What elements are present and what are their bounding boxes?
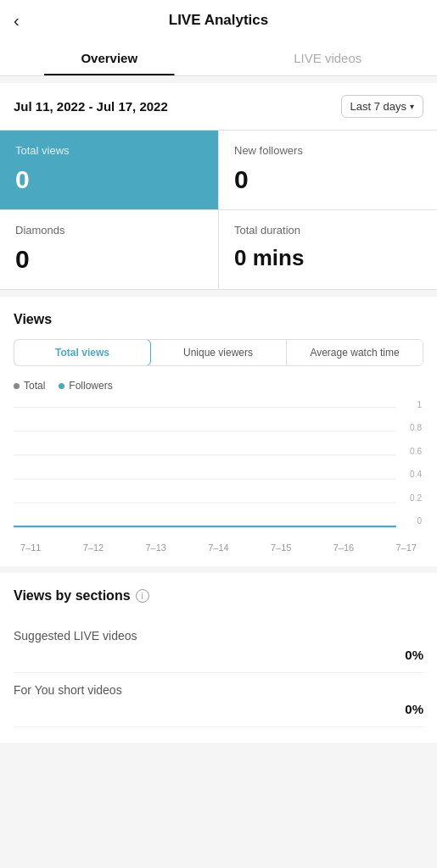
date-bar: Jul 11, 2022 - Jul 17, 2022 Last 7 days … — [0, 83, 437, 130]
legend-label-total: Total — [24, 380, 45, 392]
chart-section-title: Views — [14, 312, 423, 327]
chart-y-labels: 1 0.8 0.6 0.4 0.2 0 — [410, 400, 423, 526]
header: ‹ LIVE Analytics — [0, 0, 437, 41]
section-value-for-you-short: 0% — [14, 702, 423, 716]
date-range-label: Jul 11, 2022 - Jul 17, 2022 — [14, 99, 168, 114]
stat-value-new-followers: 0 — [234, 165, 422, 194]
chart-tab-bar: Total views Unique viewers Average watch… — [14, 339, 423, 366]
chart-svg — [14, 400, 423, 536]
section-label-for-you-short: For You short videos — [14, 683, 423, 697]
legend-label-followers: Followers — [69, 380, 112, 392]
section-row-for-you-short: For You short videos 0% — [14, 673, 423, 727]
y-label-1: 1 — [410, 400, 422, 409]
legend-total: Total — [14, 380, 45, 392]
tab-bar: Overview LIVE videos — [0, 41, 437, 76]
date-dropdown[interactable]: Last 7 days ▾ — [341, 95, 424, 118]
x-label-711: 7–11 — [20, 542, 41, 553]
tab-overview[interactable]: Overview — [0, 41, 219, 75]
section-value-suggested-live: 0% — [14, 648, 423, 662]
stats-grid: Total views 0 New followers 0 Diamonds 0… — [0, 130, 437, 290]
y-label-08: 0.8 — [410, 423, 422, 432]
x-label-715: 7–15 — [271, 542, 291, 553]
tab-live-videos[interactable]: LIVE videos — [219, 41, 438, 75]
chart-tab-unique-viewers[interactable]: Unique viewers — [150, 340, 287, 365]
chart-tab-total-views[interactable]: Total views — [14, 339, 151, 366]
chevron-down-icon: ▾ — [410, 102, 414, 111]
views-by-sections-card: Views by sections i Suggested LIVE video… — [0, 573, 437, 743]
stat-label-total-duration: Total duration — [234, 224, 422, 236]
x-label-712: 7–12 — [83, 542, 104, 553]
stat-card-total-duration[interactable]: Total duration 0 mins — [219, 210, 437, 289]
stat-value-diamonds: 0 — [15, 245, 203, 274]
section-row-suggested-live: Suggested LIVE videos 0% — [14, 619, 423, 673]
back-button[interactable]: ‹ — [14, 11, 20, 31]
sections-title: Views by sections — [14, 588, 131, 604]
y-label-0: 0 — [410, 516, 422, 526]
x-label-717: 7–17 — [396, 542, 417, 553]
info-icon[interactable]: i — [136, 589, 149, 603]
sections-title-row: Views by sections i — [14, 588, 423, 604]
stat-value-total-duration: 0 mins — [234, 245, 422, 271]
stat-label-new-followers: New followers — [234, 144, 422, 157]
legend-dot-followers — [59, 383, 64, 389]
x-label-714: 7–14 — [208, 542, 228, 553]
legend-dot-total — [14, 383, 20, 389]
stat-card-diamonds[interactable]: Diamonds 0 — [0, 210, 218, 289]
chart-x-labels: 7–11 7–12 7–13 7–14 7–15 7–16 7–17 — [14, 539, 423, 553]
chart-area: 1 0.8 0.6 0.4 0.2 0 7–11 7–12 7–13 7–14 … — [14, 400, 423, 553]
stat-label-total-views: Total views — [15, 144, 203, 157]
section-label-suggested-live: Suggested LIVE videos — [14, 629, 423, 643]
stat-card-total-views[interactable]: Total views 0 — [0, 131, 218, 209]
date-dropdown-label: Last 7 days — [350, 100, 407, 113]
stat-card-new-followers[interactable]: New followers 0 — [219, 131, 437, 209]
chart-section: Views Total views Unique viewers Average… — [0, 297, 437, 566]
y-label-02: 0.2 — [410, 493, 422, 503]
chart-legend: Total Followers — [14, 380, 423, 392]
stat-label-diamonds: Diamonds — [15, 224, 203, 236]
y-label-04: 0.4 — [410, 470, 422, 479]
page-title: LIVE Analytics — [169, 12, 268, 29]
x-label-716: 7–16 — [333, 542, 354, 553]
x-label-713: 7–13 — [146, 542, 166, 553]
legend-followers: Followers — [59, 380, 112, 392]
chart-tab-avg-watch-time[interactable]: Average watch time — [287, 340, 423, 365]
stat-value-total-views: 0 — [15, 165, 203, 194]
y-label-06: 0.6 — [410, 447, 422, 456]
